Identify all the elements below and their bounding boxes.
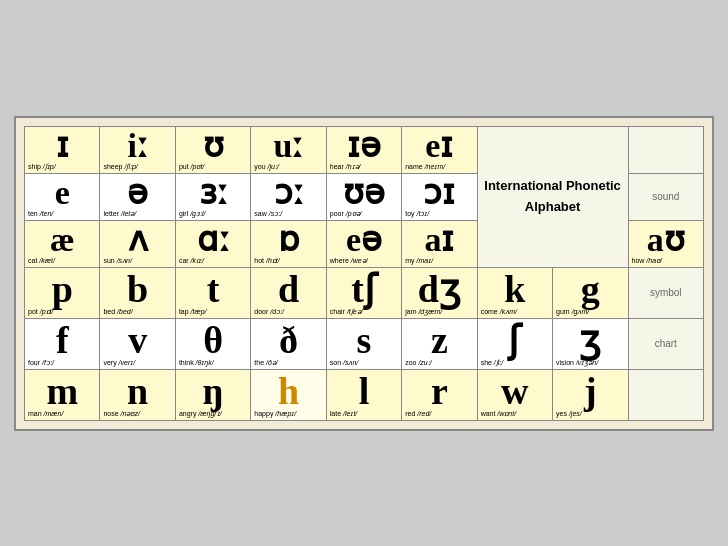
cell-6-1: m man /mæn/ bbox=[25, 369, 100, 420]
wrd: sun /sʌn/ bbox=[103, 257, 171, 265]
sym: ʊ bbox=[179, 129, 247, 163]
cell-6-4: h happy /hæpɪ/ bbox=[251, 369, 326, 420]
wrd: cat /kæt/ bbox=[28, 257, 96, 264]
cell-4-3: t tap /tæp/ bbox=[175, 267, 250, 318]
sym: s bbox=[330, 321, 398, 359]
wrd: car /kɑː/ bbox=[179, 257, 247, 265]
cell-2-2: ə letter /letə/ bbox=[100, 173, 175, 220]
cell-6-2: n nose /nəʊz/ bbox=[100, 369, 175, 420]
cell-5-5: s son /sʌn/ bbox=[326, 318, 401, 369]
sym: æ bbox=[28, 223, 96, 257]
sym: ɑː bbox=[179, 223, 247, 257]
wrd: hear /hɪə/ bbox=[330, 163, 398, 171]
cell-1-3: ʊ put /pʊt/ bbox=[175, 126, 250, 173]
sym: ɪ bbox=[28, 129, 96, 163]
cell-2-5: ʊə poor /pʊə/ bbox=[326, 173, 401, 220]
cell-2-6: ɔɪ toy /tɔɪ/ bbox=[402, 173, 477, 220]
wrd: angry /æŋgrɪ/ bbox=[179, 410, 247, 418]
sym: uː bbox=[254, 129, 322, 163]
wrd: come /kʌm/ bbox=[481, 308, 549, 316]
cell-5-7: ʃ she /ʃiː/ bbox=[477, 318, 552, 369]
wrd: jam /dʒæm/ bbox=[405, 308, 473, 316]
cell-1-5: ɪə hear /hɪə/ bbox=[326, 126, 401, 173]
title-text: International Phonetic Alphabet bbox=[484, 176, 622, 218]
sym: d bbox=[254, 270, 322, 308]
sym: ə bbox=[103, 176, 171, 210]
ipa-chart: ɪ ship /ʃɪp/ iː sheep /ʃiːp/ ʊ put /pʊt/… bbox=[14, 116, 714, 431]
sym: ʊə bbox=[330, 176, 398, 210]
wrd: you /juː/ bbox=[254, 163, 322, 171]
sym: aʊ bbox=[632, 223, 701, 257]
sym: tʃ bbox=[330, 270, 398, 308]
side-sound: sound bbox=[628, 173, 704, 220]
cell-6-5: l late /leɪt/ bbox=[326, 369, 401, 420]
wrd: toy /tɔɪ/ bbox=[405, 210, 473, 218]
cell-1-1: ɪ ship /ʃɪp/ bbox=[25, 126, 100, 173]
sym: n bbox=[103, 372, 171, 410]
sym: ɔɪ bbox=[405, 176, 473, 210]
cell-4-8: g gum /gʌm/ bbox=[553, 267, 628, 318]
wrd: man /mæn/ bbox=[28, 410, 96, 417]
cell-3-4: ɒ hot /hɒt/ bbox=[251, 220, 326, 267]
sym: ʌ bbox=[103, 223, 171, 257]
cell-4-1: p pot /pɒt/ bbox=[25, 267, 100, 318]
wrd: ship /ʃɪp/ bbox=[28, 163, 96, 171]
cell-4-4: d door /dɔː/ bbox=[251, 267, 326, 318]
sym: g bbox=[556, 270, 624, 308]
cell-1-6: eɪ name /neɪm/ bbox=[402, 126, 477, 173]
side-chart: chart bbox=[628, 318, 704, 369]
wrd: name /neɪm/ bbox=[405, 163, 473, 171]
cell-3-6: aɪ my /maɪ/ bbox=[402, 220, 477, 267]
wrd: nose /nəʊz/ bbox=[103, 410, 171, 418]
cell-4-7: k come /kʌm/ bbox=[477, 267, 552, 318]
wrd: my /maɪ/ bbox=[405, 257, 473, 265]
sym: j bbox=[556, 372, 624, 410]
cell-3-7: aʊ how /haʊ/ bbox=[628, 220, 704, 267]
cell-4-6: dʒ jam /dʒæm/ bbox=[402, 267, 477, 318]
sym: l bbox=[330, 372, 398, 410]
cell-6-7: w want /wɒnt/ bbox=[477, 369, 552, 420]
sym: ɜː bbox=[179, 176, 247, 210]
wrd: where /weə/ bbox=[330, 257, 398, 265]
cell-6-6: r red /red/ bbox=[402, 369, 477, 420]
wrd: saw /sɔː/ bbox=[254, 210, 322, 218]
cell-3-3: ɑː car /kɑː/ bbox=[175, 220, 250, 267]
cell-3-5: eə where /weə/ bbox=[326, 220, 401, 267]
cell-4-2: b bed /bed/ bbox=[100, 267, 175, 318]
wrd: hot /hɒt/ bbox=[254, 257, 322, 265]
wrd: letter /letə/ bbox=[103, 210, 171, 218]
title-cell: International Phonetic Alphabet bbox=[477, 126, 628, 267]
cell-1-2: iː sheep /ʃiːp/ bbox=[100, 126, 175, 173]
sym: ɔː bbox=[254, 176, 322, 210]
sym: dʒ bbox=[405, 270, 473, 308]
cell-2-4: ɔː saw /sɔː/ bbox=[251, 173, 326, 220]
cell-5-3: θ think /θɪŋk/ bbox=[175, 318, 250, 369]
sym: ʃ bbox=[481, 321, 549, 359]
wrd: happy /hæpɪ/ bbox=[254, 410, 322, 418]
wrd: put /pʊt/ bbox=[179, 163, 247, 171]
wrd: girl /gɜːl/ bbox=[179, 210, 247, 218]
cell-5-6: z zoo /zuː/ bbox=[402, 318, 477, 369]
cell-5-2: v very /verɪ/ bbox=[100, 318, 175, 369]
cell-2-3: ɜː girl /gɜːl/ bbox=[175, 173, 250, 220]
cell-3-1: æ cat /kæt/ bbox=[25, 220, 100, 267]
sym: ʒ bbox=[556, 321, 624, 359]
sym: r bbox=[405, 372, 473, 410]
sym: m bbox=[28, 372, 96, 410]
sym: eɪ bbox=[405, 129, 473, 163]
sym: v bbox=[103, 321, 171, 359]
sym: ŋ bbox=[179, 372, 247, 410]
cell-3-2: ʌ sun /sʌn/ bbox=[100, 220, 175, 267]
sym: ɒ bbox=[254, 223, 322, 257]
sym: p bbox=[28, 270, 96, 308]
cell-2-1: e ten /ten/ bbox=[25, 173, 100, 220]
sym: w bbox=[481, 372, 549, 410]
cell-5-4: ð the /ðə/ bbox=[251, 318, 326, 369]
sym: ð bbox=[254, 321, 322, 359]
cell-5-8: ʒ vision /vɪʒən/ bbox=[553, 318, 628, 369]
sym: t bbox=[179, 270, 247, 308]
wrd: ten /ten/ bbox=[28, 210, 96, 217]
empty-cell-1 bbox=[628, 126, 704, 173]
wrd: think /θɪŋk/ bbox=[179, 359, 247, 367]
sym: e bbox=[28, 176, 96, 210]
